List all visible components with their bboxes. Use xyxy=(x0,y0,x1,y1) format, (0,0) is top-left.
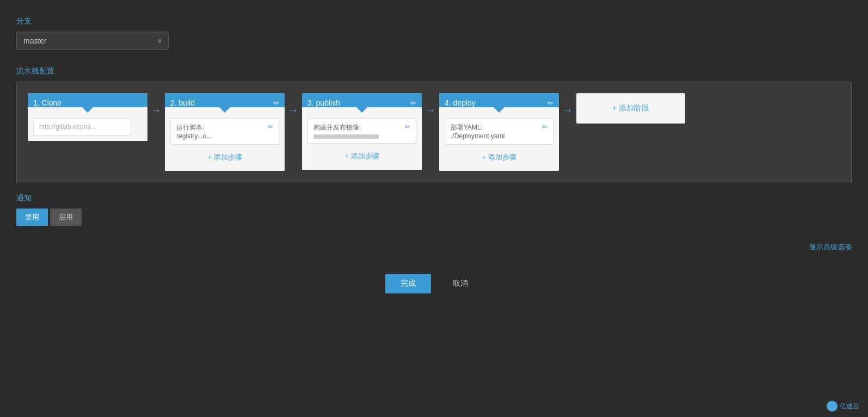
clone-step[interactable]: http://gitlab.econa... xyxy=(33,118,131,136)
stage-1-chevron xyxy=(82,107,93,113)
stage-4-edit-icon[interactable]: ✏ xyxy=(547,99,553,107)
stage-3-step-edit-icon[interactable]: ✏ xyxy=(405,123,410,131)
stage-4-header: 4. deploy ✏ xyxy=(439,93,559,107)
stage-card-2: 2. build ✏ 运行脚本: registry...o... ✏ + 添加步… xyxy=(165,93,285,171)
stage-4-step-1[interactable]: 部署YAML: ./Deployment.yaml ✏ xyxy=(445,118,553,145)
stage-4-step-content: 部署YAML: ./Deployment.yaml xyxy=(451,123,540,140)
stage-3-body: 构建并发布镜像: ✏ + 添加步骤 xyxy=(302,113,422,170)
pipeline-label: 流水线配置 xyxy=(16,66,852,76)
stage-4-chevron xyxy=(494,107,504,113)
stage-3-step-text: 构建并发布镜像: xyxy=(313,123,403,132)
stage-2-step-text2: registry...o... xyxy=(176,132,266,140)
stage-2-body: 运行脚本: registry...o... ✏ + 添加步骤 xyxy=(165,113,285,171)
branch-section: 分支 master xyxy=(16,16,852,50)
stage-2-step-content: 运行脚本: registry...o... xyxy=(176,123,266,140)
notification-section: 通知 禁用 启用 xyxy=(0,182,868,237)
pipeline-stages: 1. Clone http://gitlab.econa... → 2. bui… xyxy=(28,93,840,171)
arrow-1: → xyxy=(151,104,162,116)
stage-1-header: 1. Clone xyxy=(28,93,147,107)
stage-4-step-edit-icon[interactable]: ✏ xyxy=(542,123,547,131)
notification-btn-group: 禁用 启用 xyxy=(16,208,852,226)
stage-2-header: 2. build ✏ xyxy=(165,93,285,107)
stage-2-step-edit-icon[interactable]: ✏ xyxy=(268,123,273,131)
stage-3-edit-icon[interactable]: ✏ xyxy=(410,99,416,107)
stage-2-step-text: 运行脚本: xyxy=(176,123,266,132)
stage-card-3: 3. publish ✏ 构建并发布镜像: ✏ + 添加步骤 xyxy=(302,93,422,170)
disable-button[interactable]: 禁用 xyxy=(16,208,48,226)
brand-icon xyxy=(827,401,838,412)
stage-2-edit-icon[interactable]: ✏ xyxy=(273,99,279,107)
stage-3-blurred xyxy=(313,134,379,139)
branch-label: 分支 xyxy=(16,16,852,26)
stage-3-step-content: 构建并发布镜像: xyxy=(313,123,403,139)
stage-3-title: 3. publish xyxy=(307,99,410,107)
add-stage-card[interactable]: + 添加阶段 xyxy=(576,93,685,124)
branch-select[interactable]: master xyxy=(16,32,169,50)
stage-3-add-step[interactable]: + 添加步骤 xyxy=(307,148,416,164)
advanced-link[interactable]: 显示高级选项 xyxy=(0,237,868,257)
notification-label: 通知 xyxy=(16,193,852,203)
stage-2-step-1[interactable]: 运行脚本: registry...o... ✏ xyxy=(170,118,279,145)
brand-logo: 亿速云 xyxy=(827,401,859,412)
stage-4-body: 部署YAML: ./Deployment.yaml ✏ + 添加步骤 xyxy=(439,113,559,171)
stage-3-header: 3. publish ✏ xyxy=(302,93,422,107)
stage-4-add-step[interactable]: + 添加步骤 xyxy=(445,149,553,165)
pipeline-scroll-area[interactable]: 1. Clone http://gitlab.econa... → 2. bui… xyxy=(16,82,852,182)
footer: 完成 取消 xyxy=(0,257,868,310)
stage-4-title: 4. deploy xyxy=(445,99,547,107)
stage-3-chevron xyxy=(356,107,367,113)
arrow-2: → xyxy=(288,104,299,116)
stage-card-4: 4. deploy ✏ 部署YAML: ./Deployment.yaml ✏ … xyxy=(439,93,559,171)
stage-2-title: 2. build xyxy=(170,99,273,107)
stage-3-step-1[interactable]: 构建并发布镜像: ✏ xyxy=(307,118,416,144)
complete-button[interactable]: 完成 xyxy=(385,274,431,293)
stage-2-chevron xyxy=(219,107,230,113)
stage-4-step-text: 部署YAML: xyxy=(451,123,540,132)
stage-card-1: 1. Clone http://gitlab.econa... xyxy=(28,93,147,141)
branch-select-wrapper: master xyxy=(16,32,169,50)
enable-button[interactable]: 启用 xyxy=(50,208,82,226)
pipeline-section: 流水线配置 1. Clone http://gitlab.econa... → xyxy=(16,66,852,182)
cancel-button[interactable]: 取消 xyxy=(438,274,483,293)
arrow-3: → xyxy=(425,104,436,116)
add-stage-label: + 添加阶段 xyxy=(612,103,649,113)
arrow-4: → xyxy=(562,104,573,116)
stage-4-step-text2: ./Deployment.yaml xyxy=(451,132,540,140)
stage-1-title: 1. Clone xyxy=(33,99,142,107)
stage-1-body: http://gitlab.econa... xyxy=(28,113,147,141)
stage-2-add-step[interactable]: + 添加步骤 xyxy=(170,149,279,165)
brand-name: 亿速云 xyxy=(840,402,859,411)
